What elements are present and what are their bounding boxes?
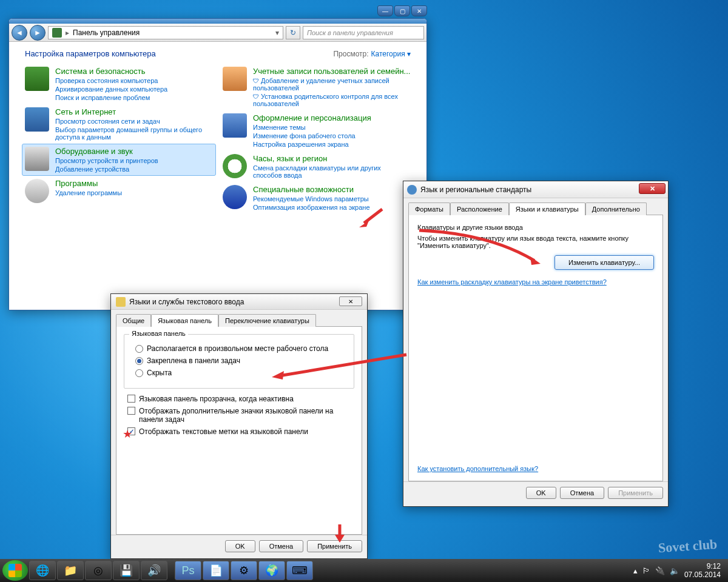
category-link[interactable]: Настройка разрешения экрана (253, 141, 371, 148)
taskbar-explorer[interactable]: 🌐 (29, 561, 56, 580)
category-item[interactable]: Сеть и ИнтернетПросмотр состояния сети и… (25, 107, 213, 141)
change-keyboard-button[interactable]: Изменить клавиатуру... (554, 255, 654, 270)
category-link[interactable]: Просмотр состояния сети и задач (55, 118, 213, 125)
category-title[interactable]: Система и безопасность (55, 67, 167, 76)
close-button[interactable]: ✕ (339, 296, 362, 306)
category-icon (25, 179, 49, 203)
category-item[interactable]: Часы, язык и регионСмена раскладки клави… (223, 154, 411, 179)
globe-icon (407, 185, 417, 195)
category-link[interactable]: Добавление устройства (55, 166, 158, 173)
category-item[interactable]: Учетные записи пользователей и семейн...… (223, 67, 411, 107)
start-button[interactable] (2, 560, 28, 581)
category-link[interactable]: Добавление и удаление учетных записей по… (253, 77, 411, 92)
tray-flag-icon[interactable]: 🏳 (642, 566, 650, 575)
tab[interactable]: Переключение клавиатуры (218, 314, 316, 327)
category-title[interactable]: Сеть и Интернет (55, 107, 213, 116)
radio-option[interactable]: Располагается в произвольном месте рабоч… (135, 344, 346, 353)
category-title[interactable]: Оформление и персонализация (253, 113, 371, 122)
checkbox-option[interactable]: Языковая панель прозрачна, когда неактив… (127, 395, 354, 403)
cancel-button[interactable]: Отмена (560, 487, 604, 499)
tab[interactable]: Расположение (450, 202, 509, 215)
category-title[interactable]: Учетные записи пользователей и семейн... (253, 67, 411, 76)
category-item[interactable]: ПрограммыУдаление программы (25, 179, 213, 203)
category-link[interactable]: Смена раскладки клавиатуры или других сп… (253, 164, 411, 179)
welcome-screen-link[interactable]: Как изменить раскладку клавиатуры на экр… (417, 278, 654, 286)
category-item[interactable]: Оборудование и звукПросмотр устройств и … (22, 144, 216, 176)
minimize-button[interactable]: — (377, 5, 393, 16)
dialog-title: Языки и службы текстового ввода (129, 298, 244, 306)
forward-button[interactable]: ► (30, 25, 46, 41)
category-link[interactable]: Просмотр устройств и принтеров (55, 157, 158, 164)
dialog-title: Язык и региональные стандарты (420, 186, 531, 194)
category-item[interactable]: Специальные возможностиРекомендуемые Win… (223, 185, 411, 211)
tab[interactable]: Дополнительно (585, 202, 647, 215)
category-item[interactable]: Система и безопасностьПроверка состояния… (25, 67, 213, 101)
category-title[interactable]: Оборудование и звук (55, 147, 158, 156)
maximize-button[interactable]: ▢ (394, 5, 410, 16)
radio-option[interactable]: Скрыта (135, 369, 346, 377)
taskbar-region[interactable]: 🌍 (258, 561, 285, 580)
tab[interactable]: Общие (116, 314, 151, 327)
taskbar-chrome[interactable]: ◎ (85, 561, 112, 580)
taskbar-save[interactable]: 💾 (113, 561, 140, 580)
help-text: Чтобы изменить клавиатуру или язык ввода… (417, 235, 654, 249)
ok-button[interactable]: OK (526, 487, 556, 499)
taskbar-sound[interactable]: 🔊 (141, 561, 167, 580)
close-button[interactable]: ✕ (411, 5, 427, 16)
category-icon (25, 67, 49, 91)
category-link[interactable]: Оптимизация изображения на экране (253, 204, 370, 211)
tray-volume-icon[interactable]: 🔈 (670, 566, 679, 575)
taskbar-photoshop[interactable]: Ps (175, 561, 201, 580)
tray-clock[interactable]: 9:12 07.05.2014 (684, 562, 721, 580)
breadcrumb[interactable]: ▸ Панель управления ▾ (48, 26, 283, 39)
dialog-titlebar[interactable]: Язык и региональные стандарты ✕ (403, 181, 668, 198)
category-icon (223, 113, 247, 138)
category-link[interactable]: Рекомендуемые Windows параметры (253, 195, 370, 202)
titlebar[interactable]: — ▢ ✕ (9, 19, 426, 24)
taskbar-keyboard[interactable]: ⌨ (286, 561, 313, 580)
refresh-button[interactable]: ↻ (286, 26, 300, 39)
category-link[interactable]: Проверка состояния компьютера (55, 77, 167, 84)
star-marker-icon: ★ (123, 427, 132, 441)
taskbar-control-panel[interactable]: ⚙ (231, 561, 257, 580)
tab-strip: ФорматыРасположениеЯзыки и клавиатурыДоп… (403, 198, 668, 215)
radio-option[interactable]: Закреплена в панели задач (135, 356, 346, 365)
category-item[interactable]: Оформление и персонализацияИзменение тем… (223, 113, 411, 148)
apply-button[interactable]: Применить (307, 540, 362, 552)
category-link[interactable]: Поиск и исправление проблем (55, 94, 167, 101)
category-icon (223, 67, 247, 91)
category-icon (25, 147, 49, 171)
search-input[interactable]: Поиск в панели управления (303, 26, 424, 39)
category-link[interactable]: Удаление программы (55, 189, 122, 196)
tab[interactable]: Языки и клавиатуры (509, 202, 585, 215)
apply-button[interactable]: Применить (608, 487, 663, 499)
tab[interactable]: Форматы (408, 202, 450, 215)
checkbox-option[interactable]: Отображать дополнительные значки языково… (127, 407, 354, 424)
category-link[interactable]: Изменение фона рабочего стола (253, 132, 371, 139)
ok-button[interactable]: OK (225, 540, 255, 552)
category-link[interactable]: Установка родительского контроля для все… (253, 93, 411, 107)
dialog-titlebar[interactable]: Языки и службы текстового ввода ✕ (111, 294, 367, 310)
tray-up-icon[interactable]: ▴ (633, 566, 638, 575)
taskbar-word[interactable]: 📄 (203, 561, 229, 580)
viewby-dropdown[interactable]: Категория ▾ (371, 50, 411, 58)
category-title[interactable]: Программы (55, 179, 122, 188)
taskbar-folder[interactable]: 📁 (57, 561, 84, 580)
back-button[interactable]: ◄ (12, 25, 27, 41)
category-title[interactable]: Специальные возможности (253, 185, 370, 194)
install-language-link[interactable]: Как установить дополнительный язык? (417, 465, 654, 472)
category-link[interactable]: Изменение темы (253, 124, 371, 131)
category-icon (25, 107, 49, 132)
radio-icon (135, 369, 143, 377)
breadcrumb-text: Панель управления (73, 28, 140, 37)
checkbox-option[interactable]: ★Отображать текстовые метки на языковой … (127, 427, 354, 436)
category-link[interactable]: Выбор параметров домашней группы и общег… (55, 126, 213, 141)
tab[interactable]: Языковая панель (151, 314, 218, 327)
viewby-label: Просмотр: (333, 50, 368, 58)
tray-network-icon[interactable]: 🔌 (655, 566, 665, 575)
close-button[interactable]: ✕ (639, 183, 666, 194)
control-panel-icon (52, 28, 62, 38)
category-link[interactable]: Архивирование данных компьютера (55, 85, 167, 93)
category-title[interactable]: Часы, язык и регион (253, 154, 411, 163)
cancel-button[interactable]: Отмена (259, 540, 303, 552)
